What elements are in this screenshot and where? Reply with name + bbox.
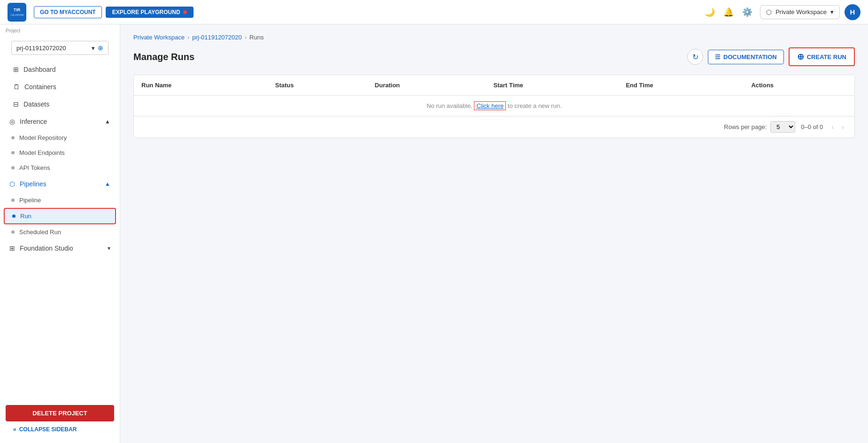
runs-table-card: Run Name Status Duration Start Time End … xyxy=(133,75,855,138)
col-status: Status xyxy=(268,75,367,96)
refresh-button[interactable]: ↻ xyxy=(687,49,703,65)
inference-subitems: Model Repository Model Endpoints API Tok… xyxy=(0,130,120,175)
breadcrumb: Private Workspace › prj-011912072020 › R… xyxy=(133,34,855,41)
nav-icons: 🌙 🔔 ⚙️ xyxy=(705,7,752,17)
explore-playground-button[interactable]: EXPLORE PLAYGROUND xyxy=(106,7,194,18)
page-title: Manage Runs xyxy=(133,52,194,62)
prev-page-button[interactable]: ‹ xyxy=(829,122,837,132)
sidebar-item-api-tokens[interactable]: API Tokens xyxy=(4,160,116,175)
sidebar-item-datasets[interactable]: ⊟ Datasets xyxy=(4,96,116,113)
chevron-down-icon: ▾ xyxy=(108,245,110,252)
dot-icon xyxy=(11,166,15,169)
workspace-icon: ⬡ xyxy=(766,8,772,16)
foundation-studio-label: Foundation Studio xyxy=(20,244,73,252)
dot-icon xyxy=(11,136,15,139)
chevron-up-icon: ▲ xyxy=(105,118,110,125)
create-run-button[interactable]: ⊕ CREATE RUN xyxy=(789,47,855,66)
click-here-link[interactable]: Click here xyxy=(474,101,506,110)
sidebar-item-run[interactable]: Run xyxy=(4,208,116,224)
sidebar: Project prj-011912072020 ▾ ⊕ ⊞ Dashboard… xyxy=(0,24,120,443)
page-layout: Project prj-011912072020 ▾ ⊕ ⊞ Dashboard… xyxy=(0,24,868,443)
sidebar-group-pipelines[interactable]: ⬡ Pipelines ▲ xyxy=(0,176,120,192)
breadcrumb-workspace[interactable]: Private Workspace xyxy=(133,34,185,41)
sidebar-item-model-endpoints[interactable]: Model Endpoints xyxy=(4,145,116,160)
logo-icon: TIR AI PLATFORM xyxy=(8,3,26,22)
new-project-icon[interactable]: ⊕ xyxy=(98,44,103,52)
chevron-down-icon: ▾ xyxy=(92,45,95,52)
sidebar-item-label: Dashboard xyxy=(23,66,56,73)
empty-message: No run available. xyxy=(426,102,473,109)
sidebar-group-foundation-studio[interactable]: ⊞ Foundation Studio ▾ xyxy=(0,240,120,257)
sidebar-nav: ⊞ Dashboard 🗒 Containers ⊟ Datasets ◎ In… xyxy=(0,61,120,257)
col-start-time: Start Time xyxy=(486,75,619,96)
chevron-down-icon: ▾ xyxy=(830,8,834,15)
table-footer: Rows per page: 5 10 25 0–0 of 0 ‹ › xyxy=(134,116,854,137)
pipelines-subitems: Pipeline Run Scheduled Run xyxy=(0,193,120,239)
breadcrumb-current: Runs xyxy=(249,34,264,41)
col-end-time: End Time xyxy=(618,75,744,96)
svg-text:TIR: TIR xyxy=(14,8,21,12)
col-duration: Duration xyxy=(367,75,486,96)
breadcrumb-project[interactable]: prj-011912072020 xyxy=(192,34,242,41)
empty-suffix: to create a new run. xyxy=(508,102,562,109)
runs-table: Run Name Status Duration Start Time End … xyxy=(134,75,854,116)
foundation-studio-icon: ⊞ xyxy=(9,244,15,252)
containers-icon: 🗒 xyxy=(13,83,20,91)
plus-icon: ⊕ xyxy=(797,52,804,62)
rows-per-page: Rows per page: 5 10 25 xyxy=(724,121,795,133)
page-header: Manage Runs ↻ ☰ DOCUMENTATION ⊕ CREATE R… xyxy=(133,47,855,66)
moon-icon[interactable]: 🌙 xyxy=(705,7,715,17)
next-page-button[interactable]: › xyxy=(839,122,847,132)
pipelines-label: Pipelines xyxy=(20,180,46,188)
breadcrumb-sep: › xyxy=(187,34,189,41)
dashboard-icon: ⊞ xyxy=(13,66,19,73)
go-to-myaccount-button[interactable]: GO TO MYACCOUNT xyxy=(34,6,102,18)
delete-project-button[interactable]: DELETE PROJECT xyxy=(6,405,114,421)
project-selector[interactable]: prj-011912072020 ▾ ⊕ xyxy=(11,41,108,55)
docs-icon: ☰ xyxy=(715,53,721,61)
dot-icon xyxy=(11,199,15,202)
top-navigation: TIR AI PLATFORM GO TO MYACCOUNT EXPLORE … xyxy=(0,0,868,24)
playground-dot xyxy=(183,10,187,14)
inference-icon: ◎ xyxy=(9,118,15,125)
pagination-nav: ‹ › xyxy=(829,122,847,132)
sidebar-group-inference[interactable]: ◎ Inference ▲ xyxy=(0,113,120,130)
main-content: Private Workspace › prj-011912072020 › R… xyxy=(120,24,868,443)
sidebar-item-containers[interactable]: 🗒 Containers xyxy=(4,78,116,95)
pipelines-icon: ⬡ xyxy=(9,180,15,188)
sidebar-item-model-repository[interactable]: Model Repository xyxy=(4,130,116,145)
workspace-selector[interactable]: ⬡ Private Workspace ▾ xyxy=(760,5,840,19)
sidebar-bottom: DELETE PROJECT « COLLAPSE SIDEBAR xyxy=(0,399,120,443)
header-actions: ↻ ☰ DOCUMENTATION ⊕ CREATE RUN xyxy=(687,47,855,66)
col-actions: Actions xyxy=(744,75,854,96)
project-actions: ▾ ⊕ xyxy=(92,44,103,52)
inference-label: Inference xyxy=(20,118,47,125)
breadcrumb-sep: › xyxy=(245,34,247,41)
sidebar-item-scheduled-run[interactable]: Scheduled Run xyxy=(4,225,116,239)
rows-per-page-select[interactable]: 5 10 25 xyxy=(770,121,795,133)
dot-icon xyxy=(11,151,15,154)
datasets-icon: ⊟ xyxy=(13,100,19,108)
collapse-icon: « xyxy=(13,426,16,433)
dot-icon xyxy=(12,214,16,218)
sidebar-item-label: Datasets xyxy=(23,100,49,108)
col-run-name: Run Name xyxy=(134,75,268,96)
settings-icon[interactable]: ⚙️ xyxy=(742,7,752,17)
table-empty-row: No run available. Click here to create a… xyxy=(134,96,854,116)
bell-icon[interactable]: 🔔 xyxy=(723,7,734,17)
project-label: Project xyxy=(6,28,114,33)
logo: TIR AI PLATFORM xyxy=(8,3,26,22)
avatar[interactable]: H xyxy=(845,4,860,20)
sidebar-item-dashboard[interactable]: ⊞ Dashboard xyxy=(4,61,116,78)
documentation-button[interactable]: ☰ DOCUMENTATION xyxy=(708,50,784,64)
rows-per-page-label: Rows per page: xyxy=(724,123,767,130)
dot-icon xyxy=(11,230,15,234)
pagination-info: 0–0 of 0 xyxy=(801,123,823,130)
sidebar-item-pipeline[interactable]: Pipeline xyxy=(4,193,116,207)
sidebar-item-label: Containers xyxy=(24,83,56,91)
collapse-sidebar-button[interactable]: « COLLAPSE SIDEBAR xyxy=(6,421,114,437)
chevron-up-icon: ▲ xyxy=(105,181,110,187)
svg-text:AI PLATFORM: AI PLATFORM xyxy=(10,14,23,16)
workspace-label: Private Workspace xyxy=(775,8,827,15)
project-name: prj-011912072020 xyxy=(16,45,66,52)
